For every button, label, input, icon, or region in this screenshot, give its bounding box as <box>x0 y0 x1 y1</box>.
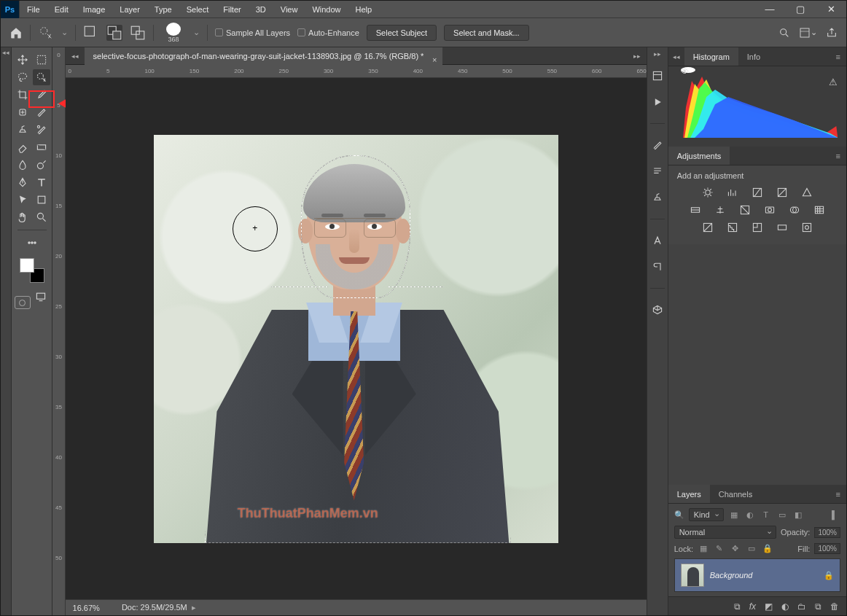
menu-view[interactable]: View <box>273 1 305 18</box>
tab-info[interactable]: Info <box>738 47 769 66</box>
hue-saturation-icon[interactable] <box>688 203 703 217</box>
tab-adjustments[interactable]: Adjustments <box>668 147 730 165</box>
quick-mask-icon[interactable] <box>15 296 31 309</box>
brush-tool[interactable] <box>33 104 50 120</box>
home-icon[interactable] <box>9 26 23 39</box>
menu-filter[interactable]: Filter <box>216 1 248 18</box>
photo-filter-icon[interactable] <box>762 203 777 217</box>
canvas[interactable]: ThuThuatPhanMem.vn <box>154 135 558 543</box>
link-layers-icon[interactable]: ⧉ <box>734 601 741 612</box>
threshold-icon[interactable] <box>750 221 765 234</box>
layer-lock-icon[interactable]: 🔒 <box>824 571 834 580</box>
black-white-icon[interactable] <box>738 203 752 217</box>
menu-window[interactable]: Window <box>305 1 348 18</box>
layer-background[interactable]: 👁 Background 🔒 <box>674 558 840 592</box>
layer-visibility-icon[interactable]: 👁 <box>681 67 695 73</box>
hand-tool[interactable] <box>14 209 31 225</box>
selective-color-icon[interactable] <box>800 221 814 234</box>
clone-stamp-tool[interactable] <box>14 122 31 138</box>
invert-icon[interactable] <box>700 221 715 234</box>
gradient-tool[interactable] <box>33 139 50 155</box>
brush-preview[interactable]: 368 <box>161 23 186 43</box>
layer-mask-icon[interactable]: ◩ <box>765 601 773 612</box>
paragraph-panel-icon-2[interactable] <box>649 259 666 275</box>
eyedropper-tool[interactable] <box>33 87 50 103</box>
levels-icon[interactable] <box>725 186 740 199</box>
menu-type[interactable]: Type <box>147 1 179 18</box>
color-balance-icon[interactable] <box>713 203 727 217</box>
menu-file[interactable]: File <box>20 1 47 18</box>
gradient-map-icon[interactable] <box>775 221 789 234</box>
menu-image[interactable]: Image <box>76 1 113 18</box>
menu-layer[interactable]: Layer <box>112 1 147 18</box>
close-tab-icon[interactable]: × <box>432 51 437 69</box>
lock-nest-icon[interactable]: ▭ <box>746 544 757 554</box>
maximize-button[interactable]: ▢ <box>785 1 816 17</box>
exposure-icon[interactable] <box>775 186 789 199</box>
menu-edit[interactable]: Edit <box>47 1 76 18</box>
layer-filter-kind[interactable]: Kind <box>689 508 724 521</box>
brush-settings-icon[interactable] <box>649 137 666 153</box>
dodge-tool[interactable] <box>33 157 50 173</box>
tab-collapse-right[interactable]: ▸▸ <box>628 52 647 60</box>
subtract-selection-icon[interactable] <box>130 25 146 41</box>
quick-selection-tool[interactable] <box>33 69 50 85</box>
brightness-contrast-icon[interactable] <box>700 186 715 199</box>
add-selection-icon[interactable] <box>106 25 122 41</box>
spot-healing-tool[interactable] <box>14 104 31 120</box>
new-layer-icon[interactable]: ⧉ <box>815 601 821 612</box>
minimize-button[interactable]: — <box>754 1 785 17</box>
filter-shape-icon[interactable]: ▭ <box>776 510 788 520</box>
select-and-mask-button[interactable]: Select and Mask... <box>444 25 529 41</box>
lock-all-icon[interactable]: 🔒 <box>762 544 773 554</box>
panel-collapse[interactable]: ◂◂ <box>668 47 684 66</box>
select-subject-button[interactable]: Select Subject <box>367 25 437 41</box>
doc-size[interactable]: Doc: 29.5M/29.5M▸ <box>122 603 196 612</box>
move-tool[interactable] <box>14 52 31 68</box>
current-tool-icon[interactable] <box>38 25 54 41</box>
layer-thumbnail[interactable] <box>681 564 704 587</box>
blur-tool[interactable] <box>14 157 31 173</box>
type-tool[interactable] <box>33 174 50 190</box>
color-lookup-icon[interactable] <box>812 203 827 217</box>
clone-source-icon[interactable] <box>649 190 666 206</box>
menu-help[interactable]: Help <box>348 1 380 18</box>
new-adjustment-layer-icon[interactable]: ◐ <box>781 601 789 612</box>
curves-icon[interactable] <box>750 186 765 199</box>
filter-type-icon[interactable]: T <box>760 510 772 520</box>
eraser-tool[interactable] <box>14 139 31 155</box>
filter-adjust-icon[interactable]: ◐ <box>744 510 756 520</box>
layer-fx-icon[interactable]: fx <box>749 601 756 612</box>
paragraph-panel-icon[interactable] <box>649 163 666 179</box>
character-panel-icon[interactable] <box>649 233 666 249</box>
tab-collapse-left[interactable]: ◂◂ <box>66 52 85 60</box>
delete-layer-icon[interactable]: 🗑 <box>830 601 839 612</box>
filter-toggle-icon[interactable]: ▌ <box>829 510 840 520</box>
tab-histogram[interactable]: Histogram <box>684 47 738 66</box>
lock-brush-icon[interactable]: ✎ <box>714 544 725 554</box>
close-button[interactable]: ✕ <box>816 1 846 17</box>
auto-enhance-checkbox[interactable]: Auto-Enhance <box>297 28 359 37</box>
layer-name[interactable]: Background <box>710 571 753 580</box>
actions-play-icon[interactable] <box>649 94 666 110</box>
histogram-menu-icon[interactable]: ≡ <box>830 47 846 66</box>
menu-select[interactable]: Select <box>179 1 216 18</box>
filter-pixel-icon[interactable]: ▦ <box>728 510 740 520</box>
foreground-color-swatch[interactable] <box>20 258 34 273</box>
tab-channels[interactable]: Channels <box>710 485 761 503</box>
marquee-tool[interactable] <box>33 52 50 68</box>
pen-tool[interactable] <box>14 174 31 190</box>
history-brush-tool[interactable] <box>33 122 50 138</box>
zoom-tool[interactable] <box>33 209 50 225</box>
menu-3d[interactable]: 3D <box>249 1 273 18</box>
layers-menu-icon[interactable]: ≡ <box>830 485 846 503</box>
lock-trans-icon[interactable]: ▦ <box>698 544 709 554</box>
zoom-level[interactable]: 16.67% <box>73 604 100 612</box>
history-panel-icon[interactable] <box>649 68 666 84</box>
3d-panel-icon[interactable] <box>649 302 666 318</box>
histogram-warning-icon[interactable]: ⚠ <box>829 77 838 87</box>
shape-tool[interactable] <box>33 192 50 208</box>
share-icon[interactable] <box>826 27 838 39</box>
tab-layers[interactable]: Layers <box>668 485 710 503</box>
screen-mode-icon[interactable] <box>32 289 50 305</box>
